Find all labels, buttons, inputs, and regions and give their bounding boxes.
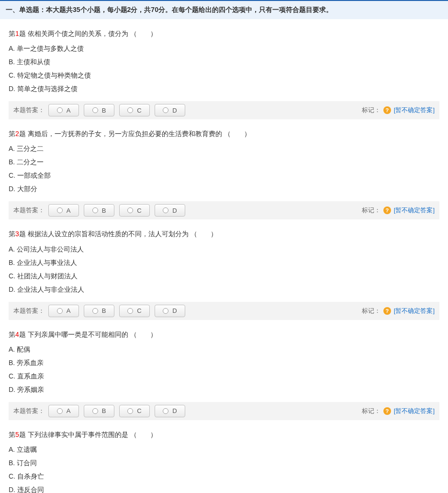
question-prefix: 第	[9, 130, 15, 138]
question-number: 5	[15, 431, 19, 438]
choice-button-c[interactable]: C	[119, 405, 150, 417]
choice-button-a[interactable]: A	[48, 305, 79, 317]
question-number: 4	[15, 331, 19, 338]
mark-label: 标记：	[362, 407, 381, 415]
question-number: 2	[15, 130, 19, 138]
answer-label: 本题答案：	[13, 206, 45, 215]
choice-button-c[interactable]: C	[119, 104, 150, 116]
option-item: C. 直系血亲	[9, 369, 439, 383]
choice-button-d[interactable]: D	[155, 305, 185, 317]
choice-button-b[interactable]: B	[84, 305, 114, 317]
question-number: 1	[15, 30, 19, 37]
choice-label: C	[137, 207, 141, 214]
option-item: D. 旁系姻亲	[9, 383, 439, 396]
mark-area: 标记：?[暂不确定答案]	[362, 206, 435, 215]
question-block: 第2题 离婚后，一方抚养的子女，另一方应负担必要的生活费和教育费的 （ ）A. …	[0, 119, 448, 219]
answer-bar: 本题答案：ABCD标记：?[暂不确定答案]	[9, 201, 439, 219]
choice-button-c[interactable]: C	[119, 305, 150, 317]
choice-button-a[interactable]: A	[48, 405, 79, 417]
choice-button-b[interactable]: B	[84, 204, 114, 217]
question-suffix: 题	[19, 130, 28, 138]
choice-label: B	[102, 407, 106, 414]
choice-label: D	[172, 107, 177, 114]
mark-area: 标记：?[暂不确定答案]	[362, 307, 435, 315]
option-item: B. 订合同	[9, 456, 439, 470]
option-list: A. 单一之债与多数人之债B. 主债和从债C. 特定物之债与种类物之债D. 简单…	[9, 42, 439, 95]
choice-button-d[interactable]: D	[155, 204, 185, 217]
answer-label: 本题答案：	[13, 106, 45, 115]
choice-button-b[interactable]: B	[84, 405, 114, 417]
option-list: A. 三分之二B. 二分之一C. 一部或全部D. 大部分	[9, 142, 439, 195]
mark-label: 标记：	[362, 206, 381, 215]
question-suffix: 题	[19, 30, 28, 37]
question-block: 第4题 下列亲属中哪一类是不可能相同的 （ ）A. 配偶B. 旁系血亲C. 直系…	[0, 320, 448, 420]
choice-button-c[interactable]: C	[119, 204, 150, 217]
question-block: 第3题 根据法人设立的宗旨和活动性质的不同，法人可划分为 （ ）A. 公司法人与…	[0, 219, 448, 320]
option-item: A. 立遗嘱	[9, 443, 439, 456]
option-item: D. 企业法人与非企业法人	[9, 283, 439, 296]
radio-icon	[163, 408, 168, 414]
radio-icon	[163, 308, 168, 314]
choice-label: D	[172, 407, 177, 414]
question-text: 离婚后，一方抚养的子女，另一方应负担必要的生活费和教育费的 （ ）	[28, 130, 251, 138]
option-item: D. 违反合同	[9, 483, 439, 493]
option-list: A. 公司法人与非公司法人B. 企业法人与事业法人C. 社团法人与财团法人D. …	[9, 242, 439, 296]
answer-bar: 本题答案：ABCD标记：?[暂不确定答案]	[9, 302, 439, 320]
question-suffix: 题	[19, 331, 28, 338]
question-text: 依相关两个债之间的关系，债分为 （ ）	[28, 30, 157, 37]
question-text: 根据法人设立的宗旨和活动性质的不同，法人可划分为 （ ）	[28, 230, 217, 238]
choice-label: D	[172, 307, 177, 314]
option-item: A. 三分之二	[9, 142, 439, 155]
radio-icon	[57, 107, 63, 113]
help-icon[interactable]: ?	[383, 206, 391, 214]
question-stem: 第5题 下列法律事实中属于事件范围的是 （ ）	[9, 429, 439, 441]
option-item: A. 公司法人与非公司法人	[9, 242, 439, 256]
unsure-link[interactable]: [暂不确定答案]	[394, 206, 435, 215]
choice-button-a[interactable]: A	[48, 204, 79, 217]
option-item: A. 单一之债与多数人之债	[9, 42, 439, 55]
question-block: 第1题 依相关两个债之间的关系，债分为 （ ）A. 单一之债与多数人之债B. 主…	[0, 19, 448, 119]
help-icon[interactable]: ?	[383, 307, 391, 315]
question-text: 下列法律事实中属于事件范围的是 （ ）	[28, 431, 157, 438]
choice-label: C	[137, 407, 141, 414]
question-stem: 第2题 离婚后，一方抚养的子女，另一方应负担必要的生活费和教育费的 （ ）	[9, 128, 439, 140]
choice-label: A	[67, 207, 71, 214]
question-stem: 第1题 依相关两个债之间的关系，债分为 （ ）	[9, 28, 439, 40]
radio-icon	[127, 107, 133, 113]
section-header: 一、单选题：本大题共35个小题，每小题2分，共70分。在每个题给出的四个选项中，…	[0, 0, 448, 19]
answer-label: 本题答案：	[13, 407, 45, 415]
question-block: 第5题 下列法律事实中属于事件范围的是 （ ）A. 立遗嘱B. 订合同C. 自杀…	[0, 420, 448, 493]
option-item: D. 简单之债与选择之债	[9, 82, 439, 95]
option-item: B. 旁系血亲	[9, 356, 439, 369]
mark-label: 标记：	[362, 307, 381, 315]
option-item: C. 社团法人与财团法人	[9, 269, 439, 283]
answer-bar: 本题答案：ABCD标记：?[暂不确定答案]	[9, 402, 439, 420]
radio-icon	[127, 308, 133, 314]
option-item: A. 配偶	[9, 343, 439, 356]
option-item: C. 自杀身亡	[9, 470, 439, 483]
mark-label: 标记：	[362, 106, 381, 115]
radio-icon	[92, 308, 98, 314]
help-icon[interactable]: ?	[383, 106, 391, 114]
choice-label: B	[102, 107, 106, 114]
option-item: B. 主债和从债	[9, 55, 439, 69]
choice-button-b[interactable]: B	[84, 104, 114, 116]
unsure-link[interactable]: [暂不确定答案]	[394, 106, 435, 115]
choice-button-d[interactable]: D	[155, 405, 185, 417]
choice-label: B	[102, 307, 106, 314]
option-item: C. 特定物之债与种类物之债	[9, 69, 439, 82]
help-icon[interactable]: ?	[383, 407, 391, 415]
radio-icon	[163, 107, 168, 113]
radio-icon	[57, 207, 63, 213]
radio-icon	[127, 408, 133, 414]
question-prefix: 第	[9, 331, 15, 338]
question-prefix: 第	[9, 30, 15, 37]
choice-button-a[interactable]: A	[48, 104, 79, 116]
unsure-link[interactable]: [暂不确定答案]	[394, 407, 435, 415]
choice-label: A	[67, 407, 71, 414]
unsure-link[interactable]: [暂不确定答案]	[394, 307, 435, 315]
choice-label: A	[67, 107, 71, 114]
choice-button-d[interactable]: D	[155, 104, 185, 116]
choice-label: B	[102, 207, 106, 214]
question-number: 3	[15, 230, 19, 238]
